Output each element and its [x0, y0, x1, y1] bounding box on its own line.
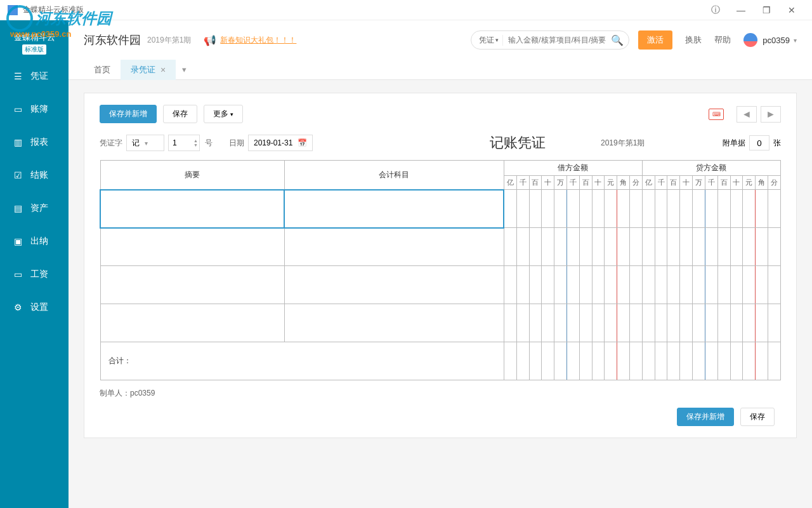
digit-cell[interactable] — [617, 304, 630, 342]
digit-cell[interactable] — [743, 228, 756, 266]
digit-cell[interactable] — [667, 266, 680, 304]
digit-cell[interactable] — [504, 304, 516, 342]
subject-cell[interactable] — [284, 190, 504, 228]
search-box[interactable]: 凭证 ▾ 🔍 — [471, 30, 629, 50]
info-icon[interactable]: ⓘ — [703, 0, 728, 20]
digit-cell[interactable] — [579, 266, 592, 304]
digit-cell[interactable] — [743, 190, 756, 228]
digit-cell[interactable] — [617, 228, 630, 266]
digit-cell[interactable] — [566, 190, 579, 228]
nav-asset[interactable]: ▤资产 — [0, 192, 69, 225]
digit-cell[interactable] — [504, 342, 516, 380]
digit-cell[interactable] — [630, 304, 643, 342]
digit-cell[interactable] — [516, 190, 529, 228]
digit-cell[interactable] — [680, 342, 693, 380]
digit-cell[interactable] — [667, 342, 680, 380]
keyboard-icon[interactable]: ⌨ — [709, 109, 724, 120]
digit-cell[interactable] — [504, 190, 516, 228]
digit-cell[interactable] — [768, 228, 780, 266]
digit-cell[interactable] — [693, 304, 705, 342]
digit-cell[interactable] — [566, 304, 579, 342]
digit-cell[interactable] — [693, 342, 705, 380]
digit-cell[interactable] — [542, 190, 554, 228]
digit-cell[interactable] — [630, 266, 643, 304]
digit-cell[interactable] — [655, 266, 667, 304]
digit-cell[interactable] — [605, 190, 617, 228]
digit-cell[interactable] — [756, 228, 768, 266]
digit-cell[interactable] — [768, 304, 780, 342]
digit-cell[interactable] — [529, 266, 542, 304]
digit-cell[interactable] — [693, 228, 705, 266]
digit-cell[interactable] — [542, 304, 554, 342]
digit-cell[interactable] — [717, 190, 730, 228]
digit-cell[interactable] — [705, 228, 717, 266]
prev-button[interactable]: ◄ — [737, 106, 757, 123]
digit-cell[interactable] — [642, 342, 655, 380]
tab-dropdown[interactable]: ▾ — [176, 60, 193, 80]
digit-cell[interactable] — [743, 342, 756, 380]
digit-cell[interactable] — [680, 228, 693, 266]
digit-cell[interactable] — [605, 304, 617, 342]
summary-cell[interactable] — [100, 304, 284, 342]
footer-save-button[interactable]: 保存 — [740, 408, 775, 426]
subject-cell[interactable] — [284, 266, 504, 304]
digit-cell[interactable] — [756, 266, 768, 304]
voucher-number-input[interactable]: 1 ▲▼ — [168, 135, 200, 151]
digit-cell[interactable] — [680, 266, 693, 304]
subject-cell[interactable] — [284, 228, 504, 266]
digit-cell[interactable] — [554, 342, 567, 380]
digit-cell[interactable] — [566, 266, 579, 304]
digit-cell[interactable] — [605, 228, 617, 266]
digit-cell[interactable] — [705, 342, 717, 380]
summary-cell[interactable] — [100, 190, 284, 228]
digit-cell[interactable] — [516, 266, 529, 304]
digit-cell[interactable] — [579, 304, 592, 342]
digit-cell[interactable] — [705, 304, 717, 342]
help-link[interactable]: 帮助 — [714, 34, 731, 46]
digit-cell[interactable] — [605, 266, 617, 304]
digit-cell[interactable] — [642, 228, 655, 266]
notice-link[interactable]: 新春知识大礼包！！！ — [220, 35, 296, 46]
digit-cell[interactable] — [743, 304, 756, 342]
nav-cashier[interactable]: ▣出纳 — [0, 225, 69, 258]
minimize-button[interactable]: — — [728, 0, 754, 20]
digit-cell[interactable] — [667, 304, 680, 342]
digit-cell[interactable] — [617, 342, 630, 380]
digit-cell[interactable] — [592, 266, 605, 304]
digit-cell[interactable] — [756, 342, 768, 380]
search-icon[interactable]: 🔍 — [611, 34, 624, 46]
activate-button[interactable]: 激活 — [638, 30, 672, 50]
digit-cell[interactable] — [667, 228, 680, 266]
summary-cell[interactable] — [100, 228, 284, 266]
nav-report[interactable]: ▥报表 — [0, 126, 69, 159]
subject-cell[interactable] — [284, 304, 504, 342]
digit-cell[interactable] — [630, 342, 643, 380]
nav-salary[interactable]: ▭工资 — [0, 258, 69, 291]
footer-save-new-button[interactable]: 保存并新增 — [677, 408, 734, 426]
nav-voucher[interactable]: ☰凭证 — [0, 60, 69, 93]
digit-cell[interactable] — [730, 304, 743, 342]
digit-cell[interactable] — [504, 228, 516, 266]
digit-cell[interactable] — [730, 266, 743, 304]
maximize-button[interactable]: ❐ — [754, 0, 779, 20]
tab-home[interactable]: 首页 — [84, 60, 121, 80]
search-input[interactable] — [503, 36, 611, 44]
tab-close-icon[interactable]: × — [160, 65, 166, 75]
digit-cell[interactable] — [566, 342, 579, 380]
digit-cell[interactable] — [717, 342, 730, 380]
digit-cell[interactable] — [717, 228, 730, 266]
digit-cell[interactable] — [529, 342, 542, 380]
digit-cell[interactable] — [730, 228, 743, 266]
summary-cell[interactable] — [100, 266, 284, 304]
digit-cell[interactable] — [743, 266, 756, 304]
save-new-button[interactable]: 保存并新增 — [100, 105, 157, 123]
digit-cell[interactable] — [516, 228, 529, 266]
more-button[interactable]: 更多 ▾ — [204, 105, 243, 123]
digit-cell[interactable] — [579, 342, 592, 380]
digit-cell[interactable] — [693, 190, 705, 228]
digit-cell[interactable] — [579, 190, 592, 228]
digit-cell[interactable] — [566, 228, 579, 266]
digit-cell[interactable] — [642, 304, 655, 342]
digit-cell[interactable] — [730, 342, 743, 380]
digit-cell[interactable] — [554, 228, 567, 266]
